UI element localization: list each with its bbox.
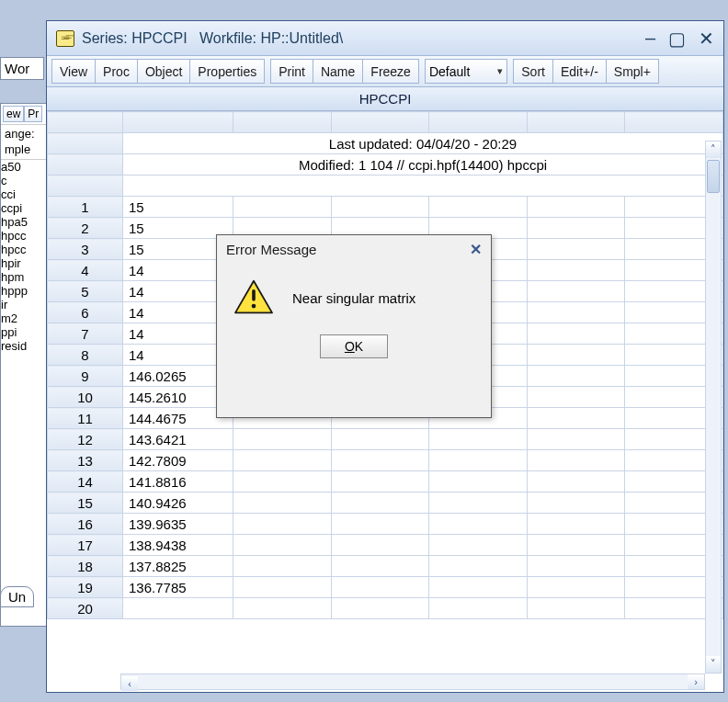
properties-button[interactable]: Properties <box>190 59 265 84</box>
workfile-object[interactable]: cci <box>1 187 52 201</box>
row-index: 3 <box>48 239 123 260</box>
name-button[interactable]: Name <box>313 59 363 84</box>
table-row[interactable]: 18137.8825 <box>48 556 723 577</box>
view-button[interactable]: View <box>51 59 96 84</box>
row-index: 7 <box>48 323 123 345</box>
row-index: 13 <box>48 450 123 471</box>
row-index: 4 <box>48 260 123 281</box>
chevron-down-icon: ▾ <box>497 65 503 77</box>
table-row[interactable]: 15140.9426 <box>48 493 723 514</box>
horizontal-scrollbar[interactable]: ‹ › <box>120 674 705 690</box>
close-button[interactable]: ✕ <box>699 28 714 50</box>
row-index: 9 <box>48 366 123 387</box>
table-row[interactable]: 14141.8816 <box>48 471 723 493</box>
row-index: 20 <box>48 598 123 619</box>
dialog-message: Near singular matrix <box>292 290 415 306</box>
workfile-object[interactable]: a50 <box>1 160 52 174</box>
workfile-object[interactable]: c <box>1 174 52 187</box>
workfile-object[interactable]: hpcc <box>1 243 52 256</box>
workfile-object[interactable]: hpir <box>1 256 52 270</box>
cell-value[interactable]: 139.9635 <box>123 514 233 535</box>
row-index: 18 <box>48 556 123 577</box>
window-title: Series: HPCCPI Workfile: HP::Untitled\ <box>82 30 645 47</box>
row-index: 8 <box>48 345 123 366</box>
scroll-up-button[interactable]: ˄ <box>706 142 721 158</box>
bg-pr-btn[interactable]: Pr <box>24 106 42 122</box>
row-index: 12 <box>48 429 123 450</box>
modified-label: Modified: 1 104 // ccpi.hpf(14400) hpccp… <box>123 154 723 176</box>
row-index: 17 <box>48 535 123 556</box>
table-row[interactable]: 19136.7785 <box>48 577 723 598</box>
view-mode-select[interactable]: Default▾ <box>425 59 507 84</box>
workfile-object[interactable]: m2 <box>1 311 52 325</box>
workfile-object[interactable]: ppi <box>1 325 52 339</box>
cell-value[interactable]: 143.6421 <box>123 429 233 450</box>
bg-sample-label: mple <box>1 142 52 160</box>
row-index: 5 <box>48 281 123 302</box>
cell-value[interactable]: 140.9426 <box>123 493 233 514</box>
workfile-object[interactable]: resid <box>1 339 52 353</box>
row-index: 2 <box>48 218 123 239</box>
table-row[interactable]: 17138.9438 <box>48 535 723 556</box>
series-header: HPCCPI <box>47 87 723 111</box>
dialog-title: Error Message <box>226 242 316 257</box>
scroll-left-button[interactable]: ‹ <box>121 676 138 691</box>
workfile-object[interactable]: hpcc <box>1 229 52 243</box>
smpl-button[interactable]: Smpl+ <box>607 59 659 84</box>
row-index: 14 <box>48 471 123 493</box>
bg-view-btn[interactable]: ew <box>3 106 24 122</box>
workfile-object[interactable]: hppp <box>1 284 52 298</box>
last-updated-label: Last updated: 04/04/20 - 20:29 <box>123 133 723 154</box>
dialog-close-button[interactable]: ✕ <box>470 241 482 258</box>
warning-icon <box>233 279 274 316</box>
workfile-object[interactable]: ccpi <box>1 201 52 215</box>
object-button[interactable]: Object <box>138 59 190 84</box>
vertical-scrollbar[interactable]: ˄ ˅ <box>705 141 722 674</box>
svg-rect-1 <box>252 289 256 301</box>
workfile-object[interactable]: hpm <box>1 270 52 284</box>
workfile-object[interactable]: hpa5 <box>1 215 52 229</box>
row-index: 1 <box>48 197 123 218</box>
row-index: 10 <box>48 387 123 408</box>
row-index: 11 <box>48 408 123 429</box>
table-row[interactable]: 12143.6421 <box>48 429 723 450</box>
toolbar: View Proc Object Properties Print Name F… <box>47 56 723 87</box>
cell-value[interactable]: 136.7785 <box>123 577 233 598</box>
cell-value[interactable]: 137.8825 <box>123 556 233 577</box>
scroll-thumb[interactable] <box>707 160 720 193</box>
freeze-button[interactable]: Freeze <box>363 59 419 84</box>
row-index: 6 <box>48 302 123 323</box>
sort-button[interactable]: Sort <box>513 59 553 84</box>
cell-value[interactable]: 142.7809 <box>123 450 233 471</box>
series-icon <box>56 30 74 47</box>
series-window: Series: HPCCPI Workfile: HP::Untitled\ –… <box>46 20 724 693</box>
row-index: 16 <box>48 514 123 535</box>
scroll-right-button[interactable]: › <box>688 674 704 689</box>
row-index: 19 <box>48 577 123 598</box>
bg-workfile-tab: Wor <box>0 57 44 80</box>
table-row[interactable]: 16139.9635 <box>48 514 723 535</box>
scroll-down-button[interactable]: ˅ <box>706 656 721 673</box>
table-row[interactable]: 13142.7809 <box>48 450 723 471</box>
error-dialog: Error Message ✕ Near singular matrix OK <box>216 234 492 418</box>
cell-value[interactable]: 138.9438 <box>123 535 233 556</box>
svg-point-2 <box>252 304 256 309</box>
titlebar: Series: HPCCPI Workfile: HP::Untitled\ –… <box>47 21 723 56</box>
row-index: 15 <box>48 493 123 514</box>
bg-range-label: ange: <box>1 125 52 142</box>
proc-button[interactable]: Proc <box>96 59 138 84</box>
table-row[interactable]: 20 <box>48 598 723 619</box>
minimize-button[interactable]: – <box>645 28 655 50</box>
cell-value[interactable]: 141.8816 <box>123 471 233 493</box>
edit-button[interactable]: Edit+/- <box>553 59 607 84</box>
ok-button[interactable]: OK <box>320 334 388 358</box>
table-row[interactable]: 115 <box>48 197 723 218</box>
print-button[interactable]: Print <box>270 59 313 84</box>
maximize-button[interactable]: ▢ <box>668 28 686 50</box>
cell-value[interactable] <box>123 598 233 619</box>
cell-value[interactable]: 15 <box>123 197 233 218</box>
workfile-object[interactable]: ir <box>1 298 52 311</box>
bg-untitled-tab[interactable]: Un <box>0 586 34 607</box>
